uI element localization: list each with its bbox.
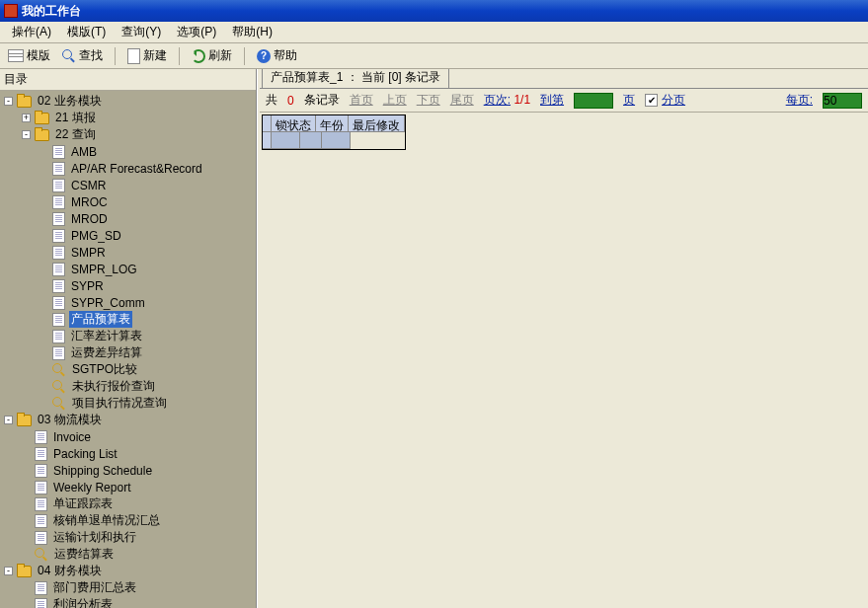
tree-node[interactable]: 部门费用汇总表 [0,579,256,596]
tree-node[interactable]: +21 填报 [0,110,256,126]
report-icon [52,313,65,327]
perpage-label: 每页: [786,92,813,109]
row-selector-header[interactable] [263,115,272,132]
prev-page[interactable]: 上页 [383,92,407,109]
right-panel: 产品预算表_1 ： 当前 [0] 条记录 共 0 条记录 首页 上页 下页 尾页… [260,69,868,608]
collapse-icon[interactable]: - [4,416,13,424]
tb-find[interactable]: 查找 [58,46,107,65]
report-icon [35,514,47,528]
active-tab[interactable]: 产品预算表_1 ： 当前 [0] 条记录 [262,69,449,88]
pager-bar: 共 0 条记录 首页 上页 下页 尾页 页次: 1/1 到第 页 ✔ 分页 每页… [260,89,868,113]
tree-node[interactable]: -03 物流模块 [0,412,256,428]
node-label: Invoice [51,430,93,444]
node-label: 利润分析表 [51,596,115,608]
tb-new[interactable]: 新建 [123,46,171,65]
tree-node[interactable]: Invoice [0,428,256,445]
split-checkbox[interactable]: ✔ [645,94,658,107]
cell[interactable] [300,132,322,149]
tree-node[interactable]: SMPR [0,244,256,261]
collapse-icon[interactable]: - [22,130,31,139]
menu-action[interactable]: 操作(A) [4,22,59,42]
title-bar: 我的工作台 [0,0,868,22]
collapse-icon[interactable]: - [4,567,13,575]
tree-node[interactable]: Weekly Report [0,479,256,495]
tree-node[interactable]: 产品预算表 [0,311,256,328]
help-icon: ? [257,49,271,63]
page-label: 页次: [484,93,511,107]
app-icon [4,4,18,18]
report-icon [52,195,65,209]
report-icon [52,296,65,310]
report-icon [52,145,65,159]
tree-node[interactable]: MROD [0,210,256,227]
node-label: 产品预算表 [69,311,132,328]
data-grid[interactable]: 锁状态 年份 最后修改 [260,113,868,155]
report-icon [35,447,47,461]
tree-node[interactable]: AMB [0,143,256,160]
tb-help[interactable]: ?帮助 [253,46,301,65]
toolbar: 模版 查找 新建 刷新 ?帮助 [0,43,868,69]
menu-bar: 操作(A) 模版(T) 查询(Y) 选项(P) 帮助(H) [0,22,868,43]
node-label: 04 财务模块 [36,563,104,579]
tree-node[interactable]: Shipping Schedule [0,462,256,479]
next-page[interactable]: 下页 [417,92,440,109]
row-selector[interactable] [263,132,272,149]
tree-node[interactable]: -22 查询 [0,126,256,143]
tree-node[interactable]: 单证跟踪表 [0,495,256,512]
node-label: 22 查询 [53,126,98,143]
tree-node[interactable]: Packing List [0,445,256,462]
collapse-icon[interactable]: - [4,97,13,106]
tree-node[interactable]: PMG_SD [0,227,256,244]
search-icon [62,49,76,63]
perpage-select[interactable] [823,93,862,109]
tree-node[interactable]: 汇率差计算表 [0,328,256,344]
col-lastmod[interactable]: 最后修改 [349,115,405,132]
tree-node[interactable]: SYPR_Comm [0,294,256,311]
goto-input[interactable] [574,93,613,109]
magnifier-icon [35,548,48,562]
report-icon [52,229,65,243]
col-lock[interactable]: 锁状态 [272,115,316,132]
tree-node[interactable]: 运输计划和执行 [0,529,256,546]
tree-node[interactable]: CSMR [0,177,256,193]
nav-tree[interactable]: -02 业务模块+21 填报-22 查询AMBAP/AR Forecast&Re… [0,91,256,608]
menu-option[interactable]: 选项(P) [169,22,224,42]
tree-node[interactable]: 运费差异结算 [0,344,256,361]
total-value: 0 [287,94,294,108]
last-page[interactable]: 尾页 [450,92,474,109]
tree-node[interactable]: 未执行报价查询 [0,378,256,395]
magnifier-icon [52,380,66,394]
tree-node[interactable]: -04 财务模块 [0,563,256,579]
expand-icon[interactable]: + [22,114,31,122]
tb-refresh[interactable]: 刷新 [188,46,236,65]
col-year[interactable]: 年份 [316,115,349,132]
cell[interactable] [322,132,351,149]
tb-template[interactable]: 模版 [4,46,54,65]
tree-node[interactable]: SYPR [0,277,256,294]
tree-node[interactable]: SGTPO比较 [0,361,256,378]
menu-help[interactable]: 帮助(H) [224,22,280,42]
goto-label: 到第 [540,92,564,109]
node-label: 02 业务模块 [36,93,104,110]
first-page[interactable]: 首页 [350,92,373,109]
report-icon [35,481,47,494]
report-icon [52,212,65,226]
magnifier-icon [52,363,66,377]
tree-node[interactable]: SMPR_LOG [0,261,256,277]
separator [115,47,116,65]
grid-icon [8,49,24,62]
tree-node[interactable]: 核销单退单情况汇总 [0,512,256,529]
tree-node[interactable]: -02 业务模块 [0,93,256,110]
report-icon [35,581,47,595]
tree-node[interactable]: 利润分析表 [0,596,256,608]
node-label: Shipping Schedule [51,464,154,478]
tree-node[interactable]: 项目执行情况查询 [0,395,256,412]
menu-template[interactable]: 模版(T) [59,22,114,42]
node-label: 03 物流模块 [36,412,104,428]
tree-node[interactable]: AP/AR Forecast&Record [0,160,256,177]
tree-node[interactable]: 运费结算表 [0,546,256,563]
cell[interactable] [272,132,300,149]
tab-row: 产品预算表_1 ： 当前 [0] 条记录 [260,69,868,89]
tree-node[interactable]: MROC [0,193,256,210]
menu-query[interactable]: 查询(Y) [114,22,169,42]
